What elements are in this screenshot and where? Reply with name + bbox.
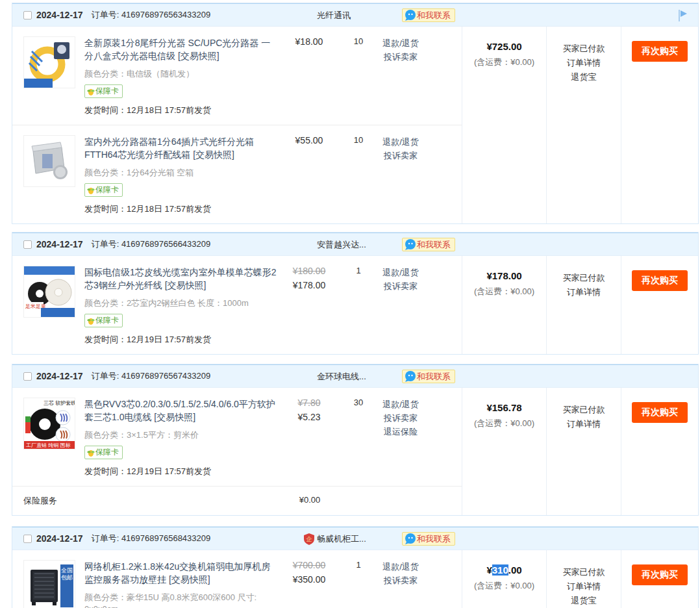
order-total-column: ¥156.78 (含运费：¥0.00) xyxy=(462,388,546,515)
status-text: 买家已付款 xyxy=(547,271,621,285)
sprout-icon xyxy=(86,316,95,325)
order-checkbox[interactable] xyxy=(23,240,32,249)
order-detail-link[interactable]: 订单详情 xyxy=(547,579,621,594)
order-item: 全新原装1分8尾纤分光器 SC/UPC光分路器 一分八盒式分光器电信级 [交易快… xyxy=(12,27,462,125)
unit-price: ¥18.00 xyxy=(279,36,339,116)
seller-name[interactable]: 光纤通讯 xyxy=(317,4,351,27)
quantity: 30 xyxy=(339,398,378,477)
product-sku: 颜色分类：2芯室内2钢丝白色 长度：1000m xyxy=(84,298,279,309)
seller-name[interactable]: 安普越兴达... xyxy=(317,233,366,257)
order-action-column: 再次购买 xyxy=(621,388,698,515)
order-header: 2024-12-17 订单号: 4169768976563433209 光纤通讯… xyxy=(12,3,698,27)
svg-text:工厂直销 纯铜 国标: 工厂直销 纯铜 国标 xyxy=(26,442,70,448)
order-action-column: 再次购买 xyxy=(621,27,698,223)
status-text: 买家已付款 xyxy=(547,565,621,579)
contact-label: 和我联系 xyxy=(417,533,451,545)
seller-name[interactable]: 金环球电线... xyxy=(317,365,366,388)
product-image[interactable] xyxy=(23,36,75,88)
refund-link[interactable]: 退款/退货 xyxy=(378,560,423,574)
order-item: 室内外光分路器箱1分64插片式光纤分光箱FTTH64芯光缆分纤配线箱 [交易快照… xyxy=(12,125,462,223)
product-title[interactable]: 室内外光分路器箱1分64插片式光纤分光箱FTTH64芯光缆分纤配线箱 [交易快照… xyxy=(84,135,279,161)
product-sku: 颜色分类：3×1.5平方：剪米价 xyxy=(84,429,279,441)
item-actions: 退款/退货 投诉卖家 退运保险 xyxy=(378,398,423,477)
svg-text:企: 企 xyxy=(306,536,312,542)
order-status-column: 买家已付款 订单详情 xyxy=(546,388,621,515)
return-service-link[interactable]: 退货宝 xyxy=(547,594,621,608)
product-title[interactable]: 网络机柜1.2米1.8米42u交换机箱弱电加厚机房监控服务器功放壁挂 [交易快照… xyxy=(84,560,279,586)
order-total-column: ¥178.00 (含运费：¥0.00) xyxy=(462,256,546,354)
unit-price: ¥7.80 ¥5.23 xyxy=(279,398,339,477)
buy-again-button[interactable]: 再次购买 xyxy=(632,402,688,423)
unit-price: ¥180.00 ¥178.00 xyxy=(279,266,339,346)
buy-again-button[interactable]: 再次购买 xyxy=(632,270,688,291)
order-action-column: 再次购买 xyxy=(621,550,698,608)
return-shipping-insurance-link[interactable]: 退运保险 xyxy=(378,425,423,438)
order-header: 2024-12-17 订单号: 4169768976567433209 金环球电… xyxy=(12,364,698,388)
wangwang-icon xyxy=(404,238,418,253)
ship-time: 发货时间：12月19日 17:57前发货 xyxy=(84,334,279,346)
order-status-column: 买家已付款 订单详情 xyxy=(546,256,621,354)
product-image[interactable]: 足米足量 xyxy=(23,266,75,318)
refund-link[interactable]: 退款/退货 xyxy=(378,398,423,411)
status-text: 买家已付款 xyxy=(547,42,621,56)
order-number: 订单号: 4169768976563433209 xyxy=(92,9,211,21)
product-sku: 颜色分类：电信级（随机发） xyxy=(84,68,279,80)
warranty-badge[interactable]: 保障卡 xyxy=(84,183,123,197)
refund-link[interactable]: 退款/退货 xyxy=(378,36,423,50)
complain-link[interactable]: 投诉卖家 xyxy=(378,411,423,425)
seller-name[interactable]: 企 畅威机柜工... xyxy=(304,527,366,551)
flag-icon[interactable] xyxy=(677,9,688,24)
unit-price: ¥55.00 xyxy=(279,135,339,215)
order-header: 2024-12-17 订单号: 4169768976568433209 企 畅威… xyxy=(12,527,698,550)
shipping-fee: (含运费：¥0.00) xyxy=(462,57,546,68)
enterprise-shield-icon: 企 xyxy=(304,533,314,545)
order-number: 订单号: 4169768976567433209 xyxy=(92,370,211,382)
contact-seller-button[interactable]: 和我联系 xyxy=(402,238,455,251)
order-item: 足米足量 国标电信级1芯皮线光缆室内室外单模单芯蝶形2芯3钢丝户外光纤线 [交易… xyxy=(12,256,462,354)
order-checkbox[interactable] xyxy=(23,11,32,19)
order-status-column: 买家已付款 订单详情 退货宝 xyxy=(546,550,621,608)
complain-link[interactable]: 投诉卖家 xyxy=(378,574,423,587)
shipping-fee: (含运费：¥0.00) xyxy=(462,580,546,592)
product-title[interactable]: 全新原装1分8尾纤分光器 SC/UPC光分路器 一分八盒式分光器电信级 [交易快… xyxy=(84,36,279,62)
sprout-icon xyxy=(86,87,95,96)
complain-link[interactable]: 投诉卖家 xyxy=(378,50,423,64)
shipping-fee: (含运费：¥0.00) xyxy=(462,286,546,298)
warranty-label: 保障卡 xyxy=(95,315,119,326)
warranty-label: 保障卡 xyxy=(95,184,119,196)
warranty-badge[interactable]: 保障卡 xyxy=(84,446,123,459)
order-detail-link[interactable]: 订单详情 xyxy=(547,285,621,299)
complain-link[interactable]: 投诉卖家 xyxy=(378,279,423,293)
contact-seller-button[interactable]: 和我联系 xyxy=(402,532,455,546)
return-service-link[interactable]: 退货宝 xyxy=(547,70,621,84)
original-price: ¥700.00 xyxy=(279,560,339,570)
order-total: ¥725.00 xyxy=(462,41,546,52)
order-checkbox[interactable] xyxy=(23,372,32,381)
complain-link[interactable]: 投诉卖家 xyxy=(378,149,423,162)
order-status-column: 买家已付款 订单详情 退货宝 xyxy=(546,27,621,223)
refund-link[interactable]: 退款/退货 xyxy=(378,135,423,149)
order-detail-link[interactable]: 订单详情 xyxy=(547,56,621,70)
order-date: 2024-12-17 xyxy=(36,371,83,381)
quantity: 10 xyxy=(339,36,378,116)
quantity: 1 xyxy=(339,266,378,346)
contact-seller-button[interactable]: 和我联系 xyxy=(402,370,455,383)
order-total-column: ¥725.00 (含运费：¥0.00) xyxy=(462,27,546,223)
order-checkbox[interactable] xyxy=(23,535,32,543)
contact-seller-button[interactable]: 和我联系 xyxy=(402,8,455,22)
product-image[interactable]: 全国包邮 xyxy=(23,560,75,608)
product-title[interactable]: 黑色RVV3芯0.2/0.3/0.5/1.5/2.5/4.0/6.0平方软护套三… xyxy=(84,398,279,424)
buy-again-button[interactable]: 再次购买 xyxy=(632,564,688,585)
warranty-badge[interactable]: 保障卡 xyxy=(84,84,123,98)
product-image[interactable]: 三芯 软护套线工厂直销 纯铜 国标 xyxy=(23,398,75,450)
item-actions: 退款/退货 投诉卖家 xyxy=(378,560,423,608)
refund-link[interactable]: 退款/退货 xyxy=(378,266,423,279)
wangwang-icon xyxy=(404,532,418,548)
product-image[interactable] xyxy=(23,135,75,187)
contact-label: 和我联系 xyxy=(417,371,451,383)
insurance-price: ¥0.00 xyxy=(280,495,340,507)
product-title[interactable]: 国标电信级1芯皮线光缆室内室外单模单芯蝶形2芯3钢丝户外光纤线 [交易快照] xyxy=(84,266,279,292)
order-detail-link[interactable]: 订单详情 xyxy=(547,417,621,431)
warranty-badge[interactable]: 保障卡 xyxy=(84,314,123,327)
buy-again-button[interactable]: 再次购买 xyxy=(632,41,688,62)
